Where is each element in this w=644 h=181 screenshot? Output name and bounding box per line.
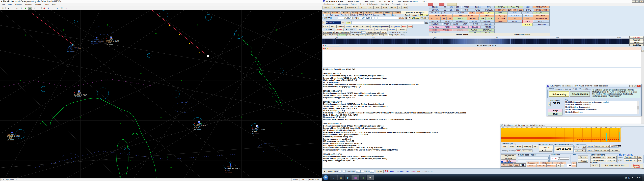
mode-psk63f[interactable]: PSK63F — [472, 8, 484, 11]
mode-olivia[interactable]: OLIVIA — [470, 23, 481, 26]
f-button[interactable]: F — [426, 16, 428, 20]
spectrum-button[interactable]: Spectrum — [630, 36, 644, 38]
afc-button[interactable]: AFC — [384, 34, 388, 36]
0-hz-button[interactable]: 0 Hz — [532, 145, 538, 148]
mode-250[interactable]: 250 — [454, 6, 461, 8]
menu-panoramic[interactable]: Panoramic — [390, 3, 402, 5]
mode-mt63[interactable]: MT63 — [484, 6, 494, 8]
media-taskbar-icon[interactable]: ▶ — [345, 175, 352, 180]
mode-125[interactable]: 125 — [448, 6, 454, 8]
qso-clear-button[interactable]: Clear — [404, 14, 410, 16]
mode-biis[interactable]: BIIS — [522, 17, 533, 20]
id-button[interactable]: ID — [398, 6, 402, 9]
mode-synop-ship[interactable]: SYNOP / SHIP — [534, 8, 550, 11]
mod-am-button[interactable]: AM — [501, 164, 507, 166]
mode-qpsk31[interactable]: QPSK31 — [429, 8, 442, 11]
double-checkbox[interactable] — [343, 170, 346, 172]
mode-mfsk8[interactable]: MFSK8 — [468, 20, 480, 22]
shift-button[interactable]: Shift — [388, 34, 392, 36]
sort-icon[interactable]: ▲ — [348, 14, 351, 16]
tcpip-log-list[interactable]: 10:08:35: Connection accepted by the ser… — [565, 101, 638, 114]
mode-digisstv[interactable]: DIGISSTV — [484, 8, 494, 11]
ring-on-rx-button[interactable]: Ring on RX — [322, 34, 332, 36]
mph-button[interactable]: Mph — [407, 25, 413, 28]
rx-call-id-button[interactable]: RX Call ID — [361, 25, 371, 28]
always-on-top-button[interactable]: Always on top — [501, 154, 516, 157]
menu-view[interactable]: View — [6, 4, 14, 6]
start-button[interactable]: ❖ — [323, 175, 328, 180]
iq-waterfall-button[interactable]: Waterfall — [630, 166, 643, 168]
menu-help[interactable]: Help — [402, 3, 409, 5]
taskbar-clock[interactable]: 19:36 — [636, 176, 640, 179]
mode-hell-80[interactable]: HELL 80 — [469, 26, 481, 28]
mode-hfdl[interactable]: HFDL — [522, 14, 533, 17]
freq-dropdown-icon[interactable]: ▼ — [352, 16, 354, 20]
fm-5-khz-button[interactable]: FM 5 KHz — [536, 164, 546, 167]
menu-adjustments[interactable]: Adjustments — [336, 3, 349, 5]
mode-fec31[interactable]: FEC31 — [461, 6, 472, 8]
mode-50[interactable]: 50 — [441, 17, 447, 20]
menu-tools[interactable]: Tools — [43, 4, 50, 6]
menu-file[interactable]: File — [0, 4, 6, 6]
control-button[interactable]: Control — [332, 34, 338, 36]
color-swatch[interactable] — [639, 45, 641, 46]
mode-bpsk31[interactable]: BPSK31 — [429, 6, 442, 8]
show-desktop-button[interactable] — [642, 174, 644, 181]
on-local-map-button[interactable]: on local map — [374, 28, 388, 31]
fm-12-khz-button[interactable]: FM 12 Khz — [546, 164, 556, 167]
stop-icon[interactable]: ■ — [6, 7, 10, 10]
link-opening-button[interactable]: Link opening — [549, 92, 569, 97]
iq-minimize-button[interactable]: Minimize — [501, 157, 516, 160]
zoom-in-icon[interactable]: + — [33, 7, 36, 10]
mode-button[interactable]: MODE — [335, 28, 344, 31]
close-button[interactable]: ✕ — [640, 0, 644, 3]
af-left-arrow-icon[interactable]: ◄ — [539, 149, 546, 152]
mode-rttym[interactable]: RTTYM — [481, 26, 494, 28]
mode-150[interactable]: 150 — [512, 8, 518, 11]
cont-button[interactable]: Cont — [420, 16, 426, 20]
qso-myrst-field[interactable]: 599 — [366, 16, 371, 20]
call-id-button[interactable]: Call ID — [322, 25, 330, 28]
font-a-button[interactable]: A — [323, 170, 326, 173]
fm-left-arrow-icon[interactable]: ◄ — [556, 164, 560, 167]
iq-swap-rx-button[interactable]: I<->Q RX — [606, 156, 617, 159]
mode-amtor-arq[interactable]: Amtor ARQ — [508, 6, 522, 8]
offset-right-arrow-icon[interactable]: ► — [580, 149, 586, 152]
mod-usb-button[interactable]: USB — [507, 164, 513, 166]
mode-dominoex[interactable]: DominoEX — [480, 20, 494, 22]
mode-lentus[interactable]: LENTUS — [453, 17, 467, 20]
mode-sitor-a[interactable]: SITOR A — [495, 6, 508, 8]
mode-ale400[interactable]: ALE400 — [468, 28, 480, 31]
mode-75[interactable]: 75 — [447, 17, 453, 20]
autorx-checkbox[interactable] — [361, 170, 364, 172]
rr-button[interactable]: RR — [355, 34, 358, 36]
tx-tab[interactable]: TX — [341, 21, 345, 24]
fonts-button[interactable]: Fonts — [327, 170, 334, 173]
tcpip-minimize-icon[interactable]: — — [630, 85, 633, 87]
mode-checkbox[interactable] — [338, 170, 342, 172]
zoom-out-icon[interactable]: − — [37, 7, 40, 10]
mode-nwr-same[interactable]: NWR (SAME) — [533, 14, 550, 17]
rsid-rx-button[interactable]: RX — [633, 156, 638, 159]
video-id-button[interactable]: Video ID — [336, 25, 345, 28]
rx-input-button[interactable]: RX input — [578, 156, 588, 159]
display-rx-positions-button[interactable]: Display RX positions — [371, 25, 390, 28]
mode-ccw[interactable]: CCW — [476, 12, 484, 14]
rx-acceptations-explained-button[interactable]: RX acceptations explained — [359, 34, 378, 36]
aircraft-marker[interactable] — [72, 44, 74, 45]
mode-throbx[interactable]: THROBX — [429, 20, 440, 22]
tools-icon[interactable]: ◈ — [47, 7, 50, 10]
offset-left-arrow-icon[interactable]: ◄ — [574, 149, 580, 152]
rate-48k-button[interactable]: 48K — [516, 150, 522, 152]
menu-pskreporter[interactable]: PSKReporter — [366, 3, 380, 5]
mail-button[interactable]: Mail — [374, 6, 381, 9]
mode-fm-rds[interactable]: FM/RDS — [495, 20, 507, 22]
port-spinner[interactable]: ▲▼ — [548, 102, 551, 106]
qso-name-field[interactable] — [338, 16, 343, 20]
mode-dgps[interactable]: DGPS — [524, 8, 534, 11]
mod-psk-button[interactable]: PSK — [520, 164, 526, 166]
rate-96k-button[interactable]: 96K — [522, 150, 527, 152]
vfo-a-button[interactable]: VFO-A — [587, 145, 594, 148]
mode-63[interactable]: 63 — [442, 8, 448, 11]
hf-at-0-value[interactable]: 136966288 — [610, 145, 619, 148]
